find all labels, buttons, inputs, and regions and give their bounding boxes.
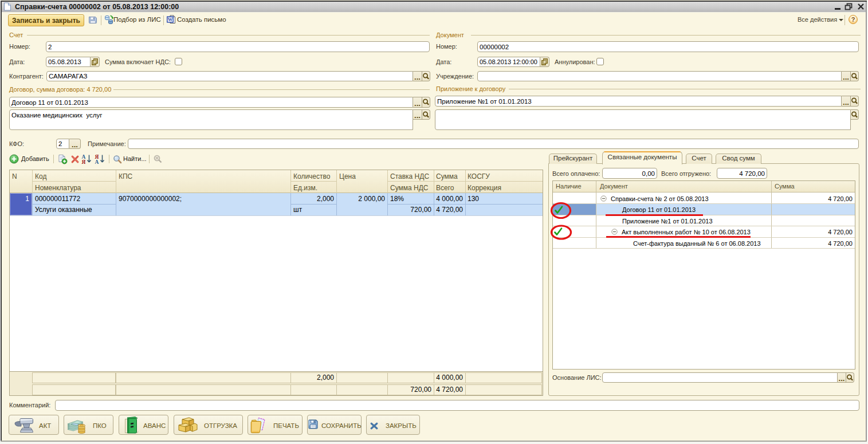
svg-text:Я: Я bbox=[95, 154, 99, 160]
svg-text:А: А bbox=[82, 154, 86, 160]
svg-text:W: W bbox=[168, 17, 173, 22]
svg-text:Я: Я bbox=[82, 159, 86, 164]
svg-text:А: А bbox=[95, 159, 99, 164]
